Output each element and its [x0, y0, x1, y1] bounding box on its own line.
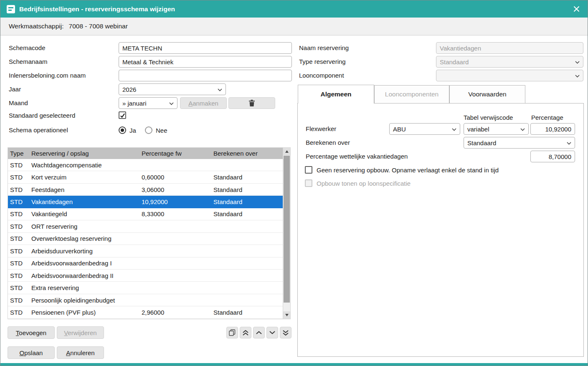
geen-reservering-checkbox[interactable] — [305, 166, 312, 174]
row-name-cell: Arbeidsvoorwaardenbedrag I — [29, 260, 142, 267]
reservations-table: Type Reservering / opslag Percentage fw … — [8, 147, 291, 319]
wettelijke-vakantiedagen-label: Percentage wettelijke vakantiedagen — [306, 151, 408, 162]
table-row[interactable]: STD Extra reservering — [8, 282, 283, 294]
aanmaken-button: Aanmaken — [180, 97, 227, 109]
row-percentage-cell: 2,96000 — [142, 309, 213, 316]
type-reservering-value: Standaard — [440, 58, 469, 66]
schemacode-label: Schemacode — [9, 42, 46, 54]
table-row[interactable]: STD Vakantiegeld 8,33000 Standaard — [8, 208, 283, 220]
move-down-button[interactable] — [266, 327, 278, 338]
column-header-reservering: Reservering / opslag — [29, 150, 142, 157]
titlebar: Bedrijfsinstellingen - reserveringsschem… — [0, 0, 588, 18]
type-reservering-select: Standaard — [436, 56, 583, 68]
flexwerker-cao-value: ABU — [393, 126, 406, 133]
chevron-down-icon — [575, 75, 580, 78]
table-row[interactable]: STD Overwerktoeslag reservering — [8, 233, 283, 245]
toevoegen-button[interactable]: Toevoegen — [8, 326, 55, 339]
row-type-cell: STD — [8, 235, 29, 242]
row-type-cell: STD — [8, 260, 29, 267]
schemacode-input[interactable] — [119, 42, 292, 54]
row-percentage-cell: 8,33000 — [142, 210, 213, 217]
chevron-double-down-icon — [283, 330, 289, 336]
tab-algemeen[interactable]: Algemeen — [298, 85, 374, 103]
scroll-up-button[interactable] — [283, 148, 290, 155]
table-row[interactable]: STD ORT reservering — [8, 220, 283, 232]
schemanaam-label: Schemanaam — [9, 56, 48, 68]
berekenen-over-value: Standaard — [467, 139, 496, 146]
tab-looncomponenten: Looncomponenten — [374, 85, 449, 103]
annuleren-button[interactable]: Annuleren — [57, 346, 104, 359]
flexwerker-percentage-input[interactable] — [530, 123, 575, 135]
table-body: STD Wachtdagencompensatie STD Kort verzu… — [8, 159, 283, 319]
column-header-berekenen-over: Berekenen over — [213, 150, 283, 157]
row-berekenen-cell: Standaard — [213, 186, 283, 193]
jaar-select[interactable]: 2026 — [119, 83, 226, 95]
scroll-down-button[interactable] — [283, 311, 290, 319]
table-row[interactable]: STD Arbeidsduurverkorting — [8, 245, 283, 257]
close-icon — [573, 6, 580, 12]
copy-icon — [229, 329, 236, 336]
naam-reservering-label: Naam reservering — [299, 42, 349, 54]
row-name-cell: Kort verzuim — [29, 174, 142, 181]
schema-operationeel-ja[interactable]: Ja — [119, 126, 136, 134]
row-type-cell: STD — [8, 198, 29, 205]
standaard-geselecteerd-checkbox[interactable] — [119, 111, 126, 119]
schemanaam-input[interactable] — [119, 56, 292, 68]
flexwerker-cao-select[interactable]: ABU — [389, 123, 460, 135]
move-bottom-button[interactable] — [280, 327, 291, 338]
table-row[interactable]: STD Persoonlijk opleidingenbudget — [8, 294, 283, 306]
row-berekenen-cell: Standaard — [213, 174, 283, 181]
chevron-down-icon — [575, 61, 580, 64]
type-reservering-label: Type reservering — [299, 56, 346, 68]
row-name-cell: Vakantiedagen — [29, 198, 142, 205]
schema-operationeel-label: Schema operationeel — [9, 126, 68, 134]
flexwerker-verwijscode-select[interactable]: variabel — [464, 123, 529, 135]
table-row[interactable]: STD Pensioenen (PVF plus) 2,96000 Standa… — [8, 306, 283, 318]
row-type-cell: STD — [8, 309, 29, 316]
chevron-down-icon — [567, 142, 571, 145]
tab-voorwaarden[interactable]: Voorwaarden — [449, 85, 525, 103]
flexwerker-label: Flexwerker — [306, 123, 336, 135]
row-name-cell: Pensioenen (PVF plus) — [29, 309, 142, 316]
close-button[interactable] — [572, 4, 581, 14]
berekenen-over-select[interactable]: Standaard — [464, 137, 575, 149]
bottom-accent-strip — [0, 363, 588, 366]
table-row[interactable]: STD Arbeidsvoorwaardenbedrag II — [8, 270, 283, 282]
radio-ja-label: Ja — [129, 127, 136, 134]
table-row[interactable]: STD Vakantiedagen 10,92000 Standaard — [8, 196, 283, 208]
row-name-cell: ORT reservering — [29, 223, 142, 230]
verwijderen-button: Verwijderen — [57, 326, 104, 339]
table-row[interactable]: STD Arbeidsvoorwaardenbedrag I — [8, 257, 283, 270]
delete-month-button[interactable] — [228, 97, 275, 109]
jaar-value: 2026 — [122, 86, 136, 93]
schema-operationeel-nee[interactable]: Nee — [145, 126, 167, 134]
flexwerker-verwijscode-value: variabel — [467, 126, 489, 133]
chevron-down-icon — [269, 331, 275, 334]
chevron-down-icon — [218, 88, 222, 91]
copy-row-button[interactable] — [226, 327, 238, 338]
maand-select[interactable]: » januari — [119, 97, 177, 109]
opbouw-tonen-label: Opbouw tonen op loonspecificatie — [317, 179, 411, 188]
table-row[interactable]: STD Wachtdagencompensatie — [8, 159, 283, 171]
opslaan-button[interactable]: Opslaan — [8, 346, 55, 359]
row-type-cell: STD — [8, 186, 29, 193]
scroll-thumb[interactable] — [284, 156, 290, 303]
row-type-cell: STD — [8, 174, 29, 181]
row-type-cell: STD — [8, 297, 29, 304]
check-icon — [120, 113, 125, 118]
wettelijke-vakantiedagen-input[interactable] — [530, 151, 575, 162]
radio-nee-label: Nee — [156, 127, 167, 134]
move-up-button[interactable] — [253, 327, 265, 338]
dialog-window: Bedrijfsinstellingen - reserveringsschem… — [0, 0, 588, 366]
table-row[interactable]: STD Feestdagen 3,06000 Standaard — [8, 184, 283, 196]
row-type-cell: STD — [8, 162, 29, 169]
row-name-cell: Feestdagen — [29, 186, 142, 193]
table-scrollbar[interactable] — [283, 148, 290, 319]
move-top-button[interactable] — [240, 327, 251, 338]
row-berekenen-cell: Standaard — [213, 309, 283, 316]
inlenersbeloning-input[interactable] — [119, 70, 292, 81]
row-name-cell: Arbeidsduurverkorting — [29, 247, 142, 255]
table-row[interactable]: STD Kort verzuim 0,60000 Standaard — [8, 171, 283, 183]
row-name-cell: Wachtdagencompensatie — [29, 162, 142, 169]
werkmaatschappij-label: Werkmaatschappij: — [9, 23, 64, 30]
